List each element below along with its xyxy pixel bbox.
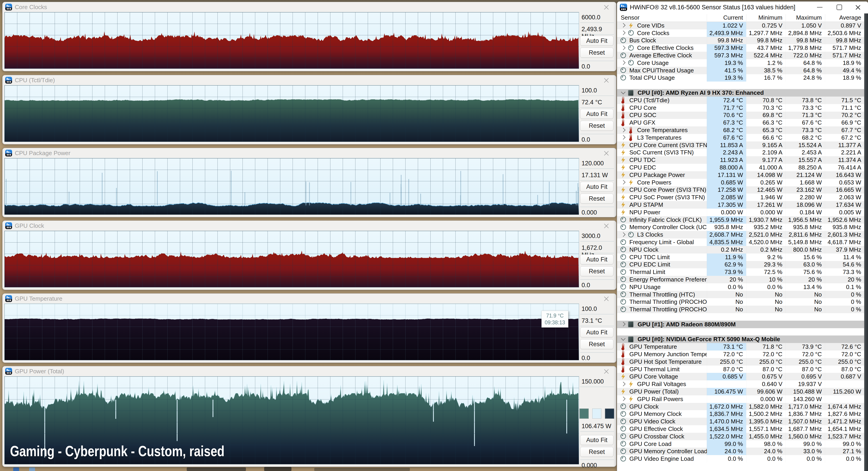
close-icon[interactable] (851, 3, 865, 12)
table-row[interactable]: Core Usage 19.3 % 1.2 % 64.8 % 18.9 % (617, 59, 864, 67)
table-row[interactable]: GPU Core Voltage 0.685 V 0.675 V 0.695 V… (617, 373, 864, 380)
table-row[interactable]: Max CPU/Thread Usage 41.5 % 38.5 % 64.8 … (617, 67, 864, 74)
graph-area[interactable] (4, 303, 579, 360)
expand-caret-icon[interactable] (619, 336, 627, 342)
graph-area[interactable] (4, 158, 579, 215)
maximize-icon[interactable] (832, 3, 846, 12)
table-row[interactable]: CPU Core Power (SVI3 TFN) 17.258 W 12.46… (617, 186, 864, 194)
table-row[interactable]: GPU Rail Powers 0.000 W 143.260 W (617, 395, 864, 403)
auto-fit-button[interactable]: Auto Fit (580, 327, 613, 337)
desktop-icon[interactable] (29, 467, 35, 471)
table-row[interactable]: CPU SoC Power (SVI3 TFN) 2.085 W 1.946 W… (617, 194, 864, 201)
table-row[interactable]: GPU Memory Controller Load 24.0 % 24.0 %… (617, 447, 864, 455)
table-row[interactable]: GPU Memory Clock 1,836.7 MHz 1,500.2 MHz… (617, 410, 864, 418)
table-row[interactable]: Core VIDs 1.022 V 0.725 V 1.050 V 0.897 … (617, 22, 864, 29)
color-swatch[interactable] (580, 409, 589, 419)
table-row[interactable]: APU STAPM 17.305 W 17.261 W 18.096 W 17.… (617, 201, 864, 209)
table-row[interactable]: Energy Performance Preference 20 % 10 % … (617, 276, 864, 283)
table-row[interactable]: Core Temperatures 68.2 °C 65.3 °C 73.3 °… (617, 126, 864, 134)
table-row[interactable]: Thermal Throttling (PROCHOT EXT) No No N… (617, 306, 864, 313)
auto-fit-button[interactable]: Auto Fit (580, 36, 613, 46)
reset-button[interactable]: Reset (580, 48, 613, 58)
table-row[interactable]: GPU Rail Voltages 0.640 V 19.937 V (617, 380, 864, 388)
table-row[interactable]: Core Clocks 2,493.9 MHz 1,297.7 MHz 2,89… (617, 29, 864, 37)
table-row[interactable]: SoC Current (SVI3 TFN) 2.243 A 2.109 A 2… (617, 149, 864, 156)
table-row[interactable]: Core Powers 0.685 W 0.265 W 1.668 W 0.65… (617, 179, 864, 186)
auto-fit-button[interactable]: Auto Fit (580, 182, 613, 192)
table-row[interactable]: Thermal Throttling (PROCHOT CPU) No No N… (617, 298, 864, 306)
table-row[interactable]: GPU Core Load 99.0 % 98.0 % 99.0 % 99.0 … (617, 440, 864, 448)
table-row[interactable]: Frequency Limit - Global 4,835.5 MHz 4,5… (617, 238, 864, 246)
expand-caret-icon[interactable] (619, 396, 627, 402)
close-icon[interactable] (602, 150, 610, 157)
table-row[interactable]: GPU Hot Spot Temperature 255.0 °C 255.0 … (617, 358, 864, 365)
table-row[interactable]: Infinity Fabric Clock (FCLK) 1,955.9 MHz… (617, 216, 864, 224)
close-icon[interactable] (602, 295, 610, 302)
table-row[interactable]: Memory Controller Clock (UCLK) 935.8 MHz… (617, 224, 864, 231)
section-header[interactable]: GPU [#0]: NVIDIA GeForce RTX 5090 Max-Q … (617, 335, 864, 343)
column-minimum[interactable]: Minimum (746, 14, 785, 21)
section-header[interactable]: GPU [#1]: AMD Radeon 880M/890M (617, 321, 864, 328)
expand-caret-icon[interactable] (619, 180, 627, 185)
table-row[interactable]: NPU Usage 0.0 % 0.0 % 13.4 % 0.1 % (617, 283, 864, 291)
table-row[interactable]: Thermal Throttling (HTC) No No No 0 % (617, 291, 864, 298)
color-swatch[interactable] (592, 409, 601, 419)
graph-area[interactable] (4, 231, 579, 288)
reset-button[interactable]: Reset (580, 266, 613, 276)
table-row[interactable]: Thermal Limit 73.9 % 72.5 % 75.6 % 73.3 … (617, 268, 864, 276)
expand-caret-icon[interactable] (619, 382, 627, 387)
column-current[interactable]: Current (707, 14, 746, 21)
reset-button[interactable]: Reset (580, 194, 613, 204)
expand-caret-icon[interactable] (619, 322, 627, 327)
table-row[interactable]: NPU Clock 0.2 MHz 0.2 MHz 800.0 MHz 37.9… (617, 246, 864, 254)
table-row[interactable]: GPU Crossbar Clock 1,522.0 MHz 1,455.0 M… (617, 433, 864, 440)
desktop-icon[interactable] (13, 467, 19, 471)
column-sensor[interactable]: Sensor (617, 14, 707, 21)
section-header[interactable]: CPU [#0]: AMD Ryzen AI 9 HX 370: Enhance… (617, 89, 864, 96)
color-swatch[interactable] (605, 409, 614, 419)
expand-caret-icon[interactable] (619, 45, 627, 51)
expand-caret-icon[interactable] (619, 127, 627, 133)
table-row[interactable]: Total CPU Usage 19.3 % 16.7 % 24.8 % 18.… (617, 74, 864, 82)
table-header[interactable]: Sensor Current Minimum Maximum Average (617, 13, 864, 22)
expand-caret-icon[interactable] (619, 23, 627, 28)
expand-caret-icon[interactable] (619, 60, 627, 66)
table-row[interactable]: GPU Power (Total) 106.475 W 99.606 W 150… (617, 388, 864, 395)
table-row[interactable]: CPU Core 71.7 °C 70.3 °C 73.3 °C 71.1 °C (617, 104, 864, 112)
graph-area[interactable] (4, 85, 579, 142)
expand-caret-icon[interactable] (619, 90, 627, 96)
table-row[interactable]: GPU Effective Clock 1,634.5 MHz 1,557.1 … (617, 425, 864, 433)
table-row[interactable]: GPU Temperature 73.1 °C 71.8 °C 73.9 °C … (617, 343, 864, 351)
expand-caret-icon[interactable] (619, 30, 627, 36)
series-color-swatches[interactable] (579, 409, 614, 419)
scrollbar[interactable] (864, 13, 868, 471)
expand-caret-icon[interactable] (619, 135, 627, 140)
reset-button[interactable]: Reset (580, 339, 613, 349)
table-row[interactable]: L3 Clocks 2,608.7 MHz 2,521.0 MHz 2,811.… (617, 231, 864, 238)
close-icon[interactable] (602, 223, 610, 229)
close-icon[interactable] (602, 4, 610, 11)
table-row[interactable]: CPU EDC 88.000 A 41.000 A 88.250 A 76.41… (617, 164, 864, 171)
table-row[interactable]: GPU Memory Junction Temperature 72.0 °C … (617, 351, 864, 358)
table-row[interactable]: Bus Clock 99.8 MHz 99.8 MHz 99.8 MHz 99.… (617, 37, 864, 45)
auto-fit-button[interactable]: Auto Fit (580, 109, 613, 119)
graph-area[interactable] (4, 12, 579, 69)
table-row[interactable]: CPU (Tctl/Tdie) 72.4 °C 70.8 °C 73.8 °C … (617, 96, 864, 104)
table-row[interactable]: GPU Thermal Limit 87.0 °C 87.0 °C 87.0 °… (617, 365, 864, 373)
table-row[interactable]: APU GFX 67.3 °C 66.3 °C 67.6 °C 66.9 °C (617, 119, 864, 126)
table-row[interactable]: Average Effective Clock 597.3 MHz 522.4 … (617, 52, 864, 59)
table-row[interactable]: L3 Temperatures 67.6 °C 66.6 °C 68.2 °C … (617, 134, 864, 142)
table-row[interactable]: CPU SOC 70.6 °C 69.8 °C 71.3 °C 70.2 °C (617, 112, 864, 119)
close-icon[interactable] (602, 77, 610, 84)
table-row[interactable]: CPU TDC 11.923 A 9.177 A 15.557 A 11.374… (617, 156, 864, 164)
minimize-icon[interactable] (813, 3, 827, 12)
column-average[interactable]: Average (825, 14, 864, 21)
reset-button[interactable]: Reset (580, 447, 613, 457)
table-row[interactable]: GPU Clock 1,672.0 MHz 1,582.0 MHz 1,717.… (617, 403, 864, 410)
table-row[interactable]: Core Effective Clocks 597.3 MHz 43.7 MHz… (617, 44, 864, 52)
table-row[interactable]: GPU Video Clock 1,470.0 MHz 1,395.0 MHz … (617, 418, 864, 425)
auto-fit-button[interactable]: Auto Fit (580, 255, 613, 264)
table-row[interactable]: CPU Core Current (SVI3 TFN) 11.853 A 9.1… (617, 142, 864, 149)
table-row[interactable]: GPU Video Engine Load 0.0 % 0.0 % 0.0 % … (617, 455, 864, 463)
table-row[interactable]: CPU Package Power 17.131 W 14.098 W 21.1… (617, 171, 864, 179)
